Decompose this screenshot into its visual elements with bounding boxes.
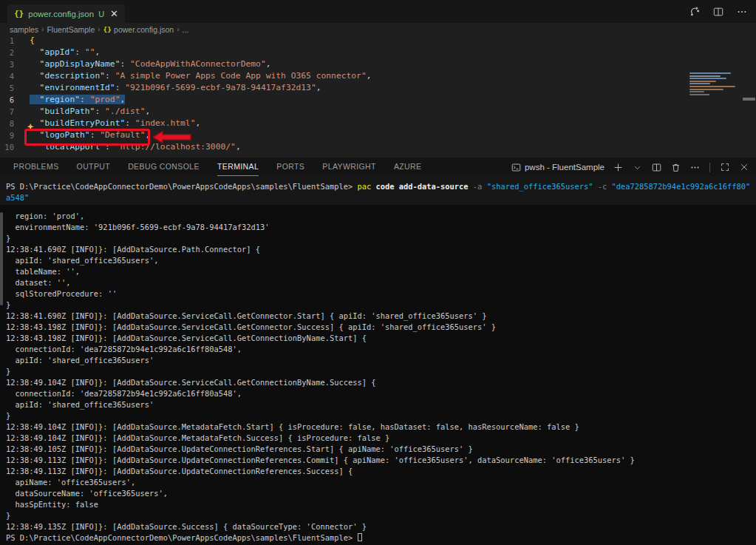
terminal-log-line: } (0, 233, 756, 244)
close-panel-icon[interactable] (738, 161, 750, 173)
line-number: 6 (0, 94, 14, 106)
editor-line-7[interactable]: 7 "buildPath": "./dist", (0, 106, 756, 118)
editor-actions (688, 0, 749, 23)
terminal-command-line: a548" (0, 192, 756, 203)
terminal-log-line: } (0, 410, 756, 422)
separator (709, 163, 710, 172)
terminal-log-line: 12:38:49.104Z [INFO]}: [AddDataSource.Me… (0, 422, 756, 433)
terminal-log-line: apiId: 'shared_office365users' (0, 399, 756, 410)
minimap-line (689, 83, 710, 84)
terminal-prompt-line[interactable]: PS D:\Practice\CodeAppConnectorDemo\Powe… (0, 532, 756, 544)
breadcrumb: samples›FluentSample›{}power.config.json… (0, 23, 756, 35)
launch-profile-chevron-icon[interactable] (631, 161, 643, 173)
split-editor-icon[interactable] (712, 5, 725, 18)
terminal-log-line: 12:38:49.104Z [INFO]}: [AddDataSource.Se… (0, 377, 756, 388)
terminal-log-line: dataSourceName: 'office365users', (0, 488, 756, 499)
open-changes-icon[interactable] (688, 5, 701, 18)
panel-tab-debug-console[interactable]: DEBUG CONSOLE (128, 158, 200, 176)
editor-line-8[interactable]: 8 "buildEntryPoint": "index.html", (0, 118, 756, 129)
panel-tab-problems[interactable]: PROBLEMS (13, 158, 59, 176)
terminal-log-line: environmentName: '921b096f-5699-ecbf-9a7… (0, 222, 756, 233)
terminal-cursor (358, 533, 362, 541)
line-number: 4 (0, 70, 14, 82)
tab-label: power.config.json (28, 10, 94, 18)
breadcrumb-item[interactable]: ... (183, 25, 189, 34)
maximize-panel-icon[interactable] (719, 161, 731, 173)
terminal-log-line: 12:38:49.135Z [INFO]}: [AddDataSource.Su… (0, 521, 756, 532)
terminal-log-line: sqlStoredProcedure: '' (0, 288, 756, 299)
editor-tab-bar: {} power.config.json U ✕ (0, 0, 756, 23)
editor-line-3[interactable]: 3 "appDisplayName": "CodeAppWithAConnect… (0, 58, 756, 70)
terminal-output: region: 'prod', environmentName: '921b09… (0, 211, 756, 544)
minimap-line (689, 81, 716, 82)
minimap-line (689, 91, 704, 92)
terminal-log-line: 12:38:49.104Z [INFO]}: [AddDataSource.Me… (0, 433, 756, 444)
line-number: 10 (0, 141, 14, 153)
breadcrumb-item[interactable]: samples (10, 25, 38, 34)
editor-line-9[interactable]: 9 "logoPath": "Default", (0, 129, 756, 141)
minimap-line (689, 75, 721, 77)
minimap-line (689, 89, 723, 90)
vscode-window: {} power.config.json U ✕ (0, 0, 756, 545)
breadcrumb-separator: › (98, 25, 100, 33)
panel-tab-terminal[interactable]: TERMINAL (217, 158, 259, 176)
minimap-line (689, 78, 726, 79)
kill-terminal-icon[interactable] (670, 161, 681, 173)
terminal-log-line: 12:38:43.198Z [INFO]}: [AddDataSource.Se… (0, 322, 756, 333)
terminal-log-line: } (0, 510, 756, 521)
terminal-log-line: 12:38:41.690Z [INFO]}: [AddDataSource.Se… (0, 311, 756, 322)
terminal-panel[interactable]: PS D:\Practice\CodeAppConnectorDemo\Powe… (0, 176, 756, 545)
terminal-log-line: } (0, 366, 756, 377)
panel-tab-output[interactable]: OUTPUT (77, 158, 111, 176)
terminal-session-item[interactable]: pwsh - FluentSample (511, 163, 605, 172)
panel-header: PROBLEMSOUTPUTDEBUG CONSOLETERMINALPORTS… (0, 157, 756, 176)
json-file-icon: {} (103, 25, 112, 33)
line-number: 9 (0, 129, 14, 141)
editor-line-1[interactable]: 1{ (0, 35, 756, 47)
breadcrumb-separator: › (177, 25, 179, 33)
split-terminal-icon[interactable] (650, 161, 662, 173)
terminal-log-line: hasSpEntity: false (0, 499, 756, 510)
scrollbar-thumb[interactable] (0, 212, 3, 305)
terminal-log-line: apiName: 'office365users', (0, 477, 756, 488)
close-tab-icon[interactable]: ✕ (110, 9, 118, 18)
new-terminal-icon[interactable] (612, 161, 624, 173)
panel-actions: pwsh - FluentSample (511, 158, 750, 177)
git-status-badge: U (98, 10, 104, 18)
minimap-slider[interactable] (743, 98, 755, 101)
terminal-log-line: region: 'prod', (0, 211, 756, 222)
terminal-log-line: apiId: 'shared_office365users' (0, 355, 756, 366)
terminal-log-line: dataset: '', (0, 277, 756, 288)
editor-line-4[interactable]: 4 "description": "A simple Power Apps Co… (0, 70, 756, 82)
breadcrumb-separator: › (41, 25, 44, 33)
terminal-log-line: 12:38:49.113Z [INFO]}: [AddDataSource.Up… (0, 466, 756, 477)
breadcrumb-item[interactable]: FluentSample (47, 25, 95, 34)
editor-line-2[interactable]: 2 "appId": "", (0, 47, 756, 58)
minimap-line (689, 86, 735, 87)
tab-power-config-json[interactable]: {} power.config.json U ✕ (7, 4, 125, 23)
terminal-log-line: } (0, 299, 756, 311)
editor-line-5[interactable]: 5 "environmentId": "921b096f-5699-ecbf-9… (0, 82, 756, 94)
more-actions-icon[interactable] (735, 5, 749, 18)
breadcrumb-item[interactable]: {}power.config.json (103, 25, 174, 34)
editor-line-6[interactable]: 6 "region": "prod", (0, 94, 756, 106)
terminal-log-line: tableName: '', (0, 266, 756, 277)
terminal-label: pwsh - FluentSample (525, 163, 605, 172)
panel-tab-playwright[interactable]: PLAYWRIGHT (322, 158, 376, 176)
line-number: 3 (0, 58, 14, 70)
panel-tab-azure[interactable]: AZURE (394, 158, 422, 176)
terminal-log-line: connectionId: 'dea7285872b94e1c992a6c16f… (0, 344, 756, 355)
json-file-icon: {} (14, 9, 24, 18)
minimap-line (689, 72, 731, 74)
terminal-command: PS D:\Practice\CodeAppConnectorDemo\Powe… (0, 176, 756, 205)
terminal-log-line: apiId: 'shared_office365users', (0, 255, 756, 266)
editor-line-10[interactable]: 10 "localAppUrl": "http://localhost:3000… (0, 141, 756, 153)
code-editor[interactable]: 1{2 "appId": "",3 "appDisplayName": "Cod… (0, 35, 756, 157)
line-number: 1 (0, 35, 14, 47)
line-number: 2 (0, 47, 14, 58)
code-action-sparkle-icon[interactable] (27, 121, 35, 135)
panel-tab-ports[interactable]: PORTS (276, 158, 304, 176)
more-actions-icon[interactable] (689, 161, 701, 173)
terminal-log-line: connectionId: 'dea7285872b94e1c992a6c16f… (0, 388, 756, 399)
minimap[interactable] (689, 72, 750, 96)
